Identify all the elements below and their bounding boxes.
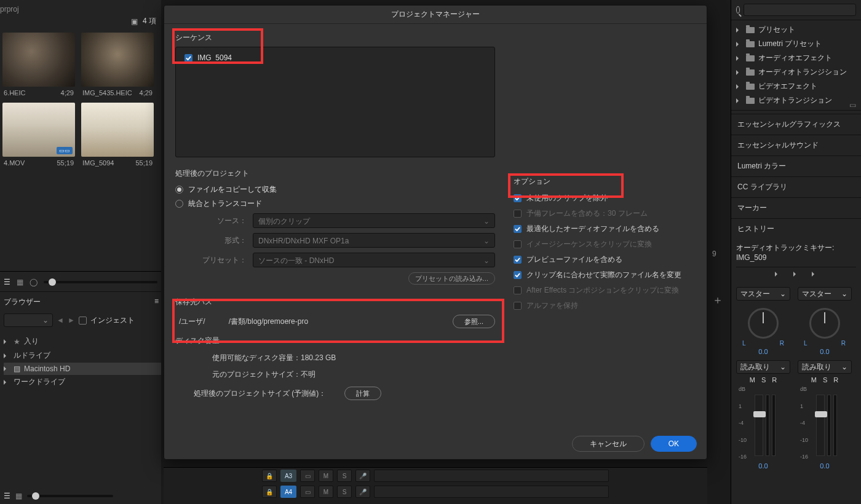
opt-preview-files[interactable]: プレビューファイルを含める [514, 252, 696, 267]
volume-fader[interactable] [755, 395, 763, 456]
fader-handle[interactable] [815, 411, 827, 417]
record-button[interactable]: R [772, 376, 777, 384]
track-toggle[interactable]: ▭ [300, 486, 315, 498]
freeform-view-icon[interactable]: ◯ [30, 278, 38, 286]
fader-handle[interactable] [753, 411, 766, 417]
thumbnail-image [2, 33, 75, 87]
sequence-badge: ▭▭ [57, 147, 73, 154]
chevron-right-icon [736, 96, 742, 105]
nav-back-icon[interactable]: ◄ [57, 316, 64, 325]
browse-button[interactable]: 参照... [453, 315, 495, 328]
media-thumb[interactable]: ▭▭ 4.MOV55;19 [2, 103, 75, 167]
volume-fader[interactable] [816, 395, 825, 456]
panel-tab[interactable]: ヒストリー [731, 218, 861, 239]
track-toggle[interactable]: ▭ [300, 470, 315, 482]
panel-tab[interactable]: エッセンシャルサウンド [731, 135, 861, 156]
new-bin-icon[interactable]: ▭ [849, 101, 856, 109]
track-a4-lane[interactable] [374, 486, 609, 498]
source-select[interactable]: 個別のクリップ⌄ [253, 213, 495, 228]
track-a3-lane[interactable] [374, 470, 609, 482]
panel-tab[interactable]: エッセンシャルグラフィックス [731, 114, 861, 135]
opt-rename-files[interactable]: クリップ名に合わせて実際のファイル名を変更 [514, 267, 696, 283]
radio-consolidate-transcode[interactable]: 統合とトランスコード [175, 197, 495, 211]
media-thumb[interactable]: 6.HEIC4;29 [2, 33, 75, 96]
chevron-right-icon[interactable] [812, 270, 818, 278]
chevron-right-icon [736, 82, 742, 91]
panel-tab[interactable]: マーカー [731, 197, 861, 218]
track-a3-header[interactable]: A3 [280, 470, 296, 482]
mute-button[interactable]: M [811, 376, 817, 384]
mute-button[interactable]: M [319, 486, 333, 498]
add-icon[interactable]: ＋ [712, 293, 723, 307]
db-label: dB [800, 386, 808, 392]
db-label: -16 [739, 454, 747, 460]
solo-button[interactable]: S [337, 486, 352, 498]
mute-button[interactable]: M [750, 376, 755, 384]
preset-folder[interactable]: Lumetri プリセット [731, 37, 861, 51]
list-view-icon[interactable]: ☰ [4, 492, 10, 500]
preset-load-button[interactable]: プリセットの読み込み... [408, 272, 495, 285]
tree-item[interactable]: ▤Macintosh HD [4, 363, 161, 375]
zoom-slider[interactable] [27, 495, 113, 497]
ok-button[interactable]: OK [651, 436, 697, 452]
preset-folder[interactable]: オーディオトランジション [731, 65, 861, 79]
voice-over-icon[interactable]: 🎤 [355, 470, 370, 482]
calculate-button[interactable]: 計算 [344, 387, 381, 400]
track-output-select[interactable]: マスター⌄ [736, 287, 790, 301]
panel-menu-icon[interactable]: ≡ [154, 297, 157, 305]
record-button[interactable]: R [833, 376, 838, 384]
format-select[interactable]: DNxHR/DNxHD MXF OP1a⌄ [253, 233, 495, 248]
voice-over-icon[interactable]: 🎤 [355, 486, 370, 498]
grid-view-icon[interactable]: ▦ [17, 278, 23, 286]
tree-label: ルドライブ [14, 350, 50, 361]
radio-label: 統合とトランスコード [188, 199, 262, 209]
track-output-select[interactable]: マスター⌄ [798, 287, 852, 301]
cancel-button[interactable]: キャンセル [572, 436, 645, 452]
media-thumb[interactable]: IMG_5435.HEIC4;29 [81, 33, 154, 96]
thumbnail-image: ▭▭ [2, 103, 75, 157]
pan-knob[interactable] [748, 308, 779, 339]
ingest-checkbox[interactable] [79, 317, 87, 325]
zoom-slider[interactable] [44, 281, 157, 283]
radio-copy-collect[interactable]: ファイルをコピーして収集 [175, 183, 495, 197]
media-thumb[interactable]: IMG_509455;19 [81, 103, 154, 167]
panel-tab[interactable]: CC ライブラリ [731, 176, 861, 197]
nav-forward-icon[interactable]: ► [68, 316, 75, 325]
solo-button[interactable]: S [823, 376, 827, 384]
tree-item[interactable]: ★入り [4, 334, 161, 348]
preset-folder[interactable]: ビデオエフェクト [731, 79, 861, 93]
preset-folder[interactable]: オーディオエフェクト [731, 51, 861, 65]
pan-knob[interactable] [809, 308, 840, 339]
panel-tab[interactable]: Lumetri カラー [731, 156, 861, 176]
preset-select[interactable]: ソースの一致 - DNxHD⌄ [253, 253, 495, 267]
thumb-duration: 55;19 [57, 159, 74, 167]
opt-exclude-unused[interactable]: 未使用のクリップを除外 [514, 191, 696, 206]
chevron-right-icon[interactable] [775, 270, 781, 278]
checkbox-icon [514, 271, 522, 279]
grid-view-icon[interactable]: ▦ [15, 492, 22, 500]
sequence-list: IMG_5094 [175, 47, 495, 157]
list-view-icon[interactable]: ☰ [4, 278, 10, 286]
sequence-item[interactable]: IMG_5094 [184, 53, 486, 62]
search-input[interactable] [744, 4, 856, 16]
tree-item[interactable]: ルドライブ [4, 348, 161, 363]
lock-icon[interactable]: 🔒 [262, 470, 277, 482]
track-a4-header[interactable]: A4 [280, 486, 296, 498]
solo-button[interactable]: S [761, 376, 766, 384]
chevron-right-icon[interactable] [793, 270, 800, 278]
mute-button[interactable]: M [319, 470, 333, 482]
sequence-checkbox[interactable] [184, 54, 192, 62]
chevron-right-icon [736, 68, 742, 77]
automation-mode-select[interactable]: 読み取り⌄ [736, 360, 790, 374]
lock-icon[interactable]: 🔒 [262, 486, 277, 498]
tree-item[interactable]: ワークドライブ [4, 375, 161, 389]
browser-type-select[interactable]: ⌄ [4, 313, 53, 327]
camera-icon[interactable]: ▣ [131, 17, 138, 26]
preset-folder[interactable]: プリセット [731, 23, 861, 37]
solo-button[interactable]: S [337, 470, 352, 482]
drive-tree: ★入り ルドライブ ▤Macintosh HD ワークドライブ [0, 332, 161, 389]
opt-optimized-audio[interactable]: 最適化したオーディオファイルを含める [514, 221, 696, 237]
preset-folder[interactable]: ビデオトランジション [731, 93, 861, 108]
opt-label: After Effects コンポジションをクリップに変換 [526, 285, 679, 296]
automation-mode-select[interactable]: 読み取り⌄ [798, 360, 852, 374]
